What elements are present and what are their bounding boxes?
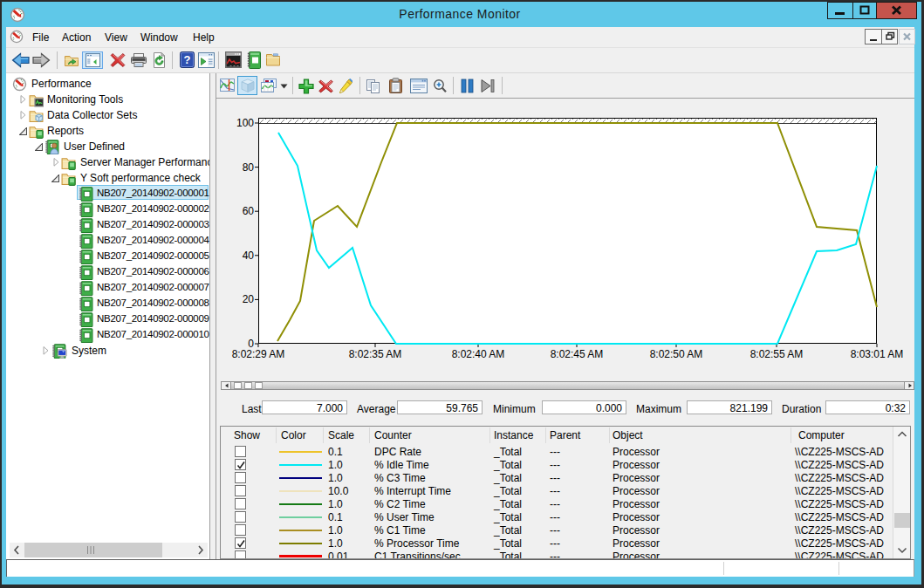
svg-text:80: 80 (243, 161, 255, 174)
svg-text:20: 20 (243, 293, 255, 305)
svg-text:100: 100 (236, 117, 254, 129)
svg-text:8:02:45 AM: 8:02:45 AM (551, 348, 604, 360)
svg-text:8:02:29 AM: 8:02:29 AM (232, 348, 285, 360)
svg-text:40: 40 (243, 250, 255, 262)
svg-text:8:02:55 AM: 8:02:55 AM (750, 348, 804, 360)
svg-text:8:03:01 AM: 8:03:01 AM (851, 348, 904, 360)
svg-text:8:02:35 AM: 8:02:35 AM (349, 348, 402, 360)
svg-text:60: 60 (243, 205, 255, 217)
svg-text:8:02:40 AM: 8:02:40 AM (452, 348, 505, 360)
svg-text:?: ? (184, 53, 191, 66)
svg-text:8:02:50 AM: 8:02:50 AM (650, 348, 703, 360)
